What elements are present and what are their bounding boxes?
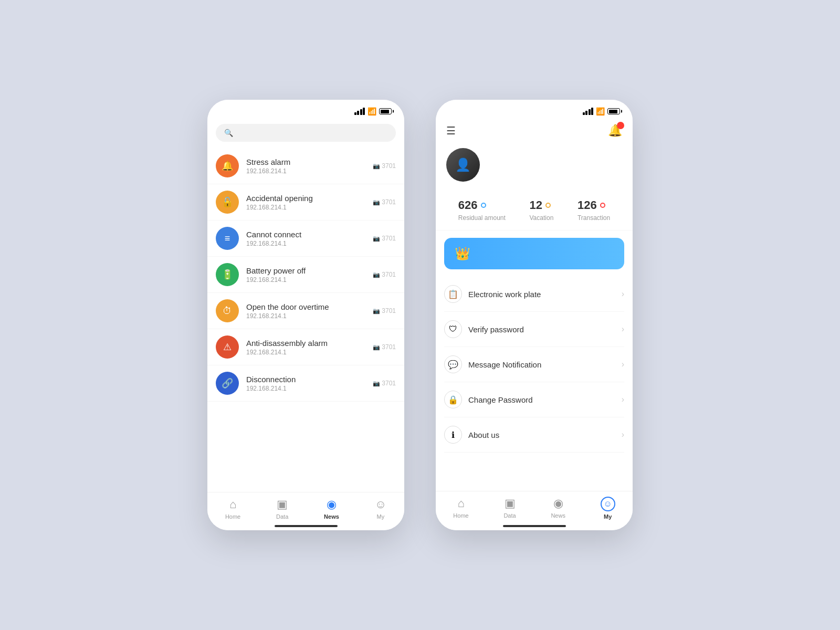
nav-label: News: [551, 512, 565, 519]
alarm-ip: 192.168.214.1: [246, 167, 373, 175]
alarm-item[interactable]: 🔗 Disconnection 192.168.214.1 📷 3701: [207, 365, 404, 402]
stat-value: 12: [530, 198, 554, 212]
alarm-item[interactable]: ⏱ Open the door overtime 192.168.214.1 📷…: [207, 293, 404, 329]
menu-item-message-notification[interactable]: 💬 Message Notification ›: [444, 347, 624, 382]
menu-icon: 📋: [444, 285, 462, 303]
alarm-item[interactable]: 🔓 Accidental opening 192.168.214.1 📷 370…: [207, 184, 404, 220]
status-bar-right: 📶: [436, 100, 633, 120]
alarm-title: Anti-disassembly alarm: [246, 339, 373, 348]
menu-label: Verify password: [468, 325, 524, 334]
right-nav-item-my[interactable]: ☺ My: [601, 497, 615, 520]
alarm-info: Stress alarm 192.168.214.1: [246, 158, 373, 175]
stat-value: 626: [458, 198, 506, 212]
stat-label: Vacation: [530, 214, 554, 222]
right-nav-item-news[interactable]: ◉ News: [551, 497, 565, 520]
alarm-title: Cannot connect: [246, 230, 373, 239]
alarm-badge: 📷 3701: [373, 380, 396, 387]
alarm-ip: 192.168.214.1: [246, 312, 373, 320]
menu-left: 🛡 Verify password: [444, 320, 524, 338]
alarm-icon: ⏱: [216, 299, 239, 322]
stat-label: Residual amount: [458, 214, 506, 222]
alarm-info: Anti-disassembly alarm 192.168.214.1: [246, 339, 373, 356]
nav-label: Home: [453, 512, 468, 519]
crown-icon: 👑: [455, 246, 470, 261]
alarm-item[interactable]: 🔔 Stress alarm 192.168.214.1 📷 3701: [207, 148, 404, 184]
alarm-list: 🔔 Stress alarm 192.168.214.1 📷 3701 🔓 Ac…: [207, 148, 404, 402]
stat-item: 12 Vacation: [530, 198, 554, 222]
alarm-icon: 🔋: [216, 263, 239, 286]
search-bar[interactable]: 🔍: [216, 124, 396, 142]
alarm-badge: 📷 3701: [373, 307, 396, 314]
alarm-badge: 📷 3701: [373, 162, 396, 170]
stat-value: 126: [578, 198, 610, 212]
menu-left: 📋 Electronic work plate: [444, 285, 541, 303]
alarm-title: Open the door overtime: [246, 302, 373, 311]
right-nav-item-home[interactable]: ⌂ Home: [453, 497, 468, 520]
nav-icon: ⌂: [457, 497, 464, 510]
stat-label: Transaction: [578, 214, 610, 222]
menu-left: 💬 Message Notification: [444, 355, 541, 373]
avatar: 👤: [446, 148, 480, 182]
avatar-image: 👤: [446, 148, 480, 182]
menu-item-verify-password[interactable]: 🛡 Verify password ›: [444, 312, 624, 347]
chevron-icon: ›: [622, 289, 624, 299]
member-banner[interactable]: 👑: [444, 238, 624, 269]
stat-dot: [481, 203, 486, 208]
menu-item-change-password[interactable]: 🔒 Change Password ›: [444, 382, 624, 417]
stats-row: 626 Residual amount 12 Vacation 126 Tran…: [436, 192, 633, 230]
wifi-icon: 📶: [368, 107, 376, 116]
alarm-info: Open the door overtime 192.168.214.1: [246, 302, 373, 320]
chevron-icon: ›: [622, 430, 624, 439]
alarm-icon: 🔓: [216, 191, 239, 214]
nav-item-home[interactable]: ⌂ Home: [225, 498, 240, 520]
right-nav-item-data[interactable]: ▣ Data: [503, 497, 516, 520]
bell-badge: [617, 122, 624, 129]
alarm-item[interactable]: ≡ Cannot connect 192.168.214.1 📷 3701: [207, 220, 404, 257]
menu-left: 🔒 Change Password: [444, 391, 533, 408]
stat-item: 626 Residual amount: [458, 198, 506, 222]
alarm-info: Cannot connect 192.168.214.1: [246, 230, 373, 247]
alarm-ip: 192.168.214.1: [246, 276, 373, 284]
nav-icon: ▣: [505, 497, 516, 510]
menu-label: Change Password: [468, 395, 533, 404]
bell-wrapper[interactable]: 🔔: [608, 124, 622, 138]
chevron-icon: ›: [622, 395, 624, 404]
menu-icon: ℹ: [444, 426, 462, 444]
alarm-icon: ≡: [216, 227, 239, 250]
nav-label: Home: [225, 513, 240, 520]
hamburger-icon[interactable]: ☰: [446, 124, 456, 137]
menu-item-electronic-work-plate[interactable]: 📋 Electronic work plate ›: [444, 277, 624, 312]
alarm-ip: 192.168.214.1: [246, 240, 373, 247]
menu-left: ℹ About us: [444, 426, 499, 444]
nav-icon: ⌂: [229, 498, 236, 511]
search-icon: 🔍: [224, 129, 233, 137]
nav-label: Data: [276, 513, 288, 520]
signal-icon-right: [583, 108, 594, 115]
alarm-info: Accidental opening 192.168.214.1: [246, 194, 373, 211]
alarm-item[interactable]: 🔋 Battery power off 192.168.214.1 📷 3701: [207, 257, 404, 293]
alarm-icon: 🔔: [216, 154, 239, 177]
left-phone: 📶 🔍 🔔 Stress alarm 192.168.214.1 📷 3701 …: [207, 100, 404, 530]
home-indicator-left: [275, 525, 338, 527]
alarm-item[interactable]: ⚠ Anti-disassembly alarm 192.168.214.1 📷…: [207, 329, 404, 365]
nav-item-data[interactable]: ▣ Data: [276, 498, 288, 520]
nav-icon: ▣: [277, 498, 288, 511]
menu-icon: 🔒: [444, 391, 462, 408]
menu-icon: 🛡: [444, 320, 462, 338]
nav-icon: ☺: [375, 498, 386, 511]
nav-item-news[interactable]: ◉ News: [324, 498, 339, 520]
status-bar-left: 📶: [207, 100, 404, 120]
member-left: 👑: [455, 246, 476, 261]
battery-icon-right: [607, 108, 620, 114]
status-icons-left: 📶: [354, 107, 392, 116]
menu-label: About us: [468, 430, 499, 439]
nav-item-my[interactable]: ☺ My: [375, 498, 386, 520]
menu-label: Message Notification: [468, 360, 541, 369]
right-header: ☰ 🔔: [436, 120, 633, 144]
alarm-ip: 192.168.214.1: [246, 385, 373, 392]
alarm-title: Disconnection: [246, 375, 373, 384]
chevron-icon: ›: [622, 360, 624, 369]
menu-icon: 💬: [444, 355, 462, 373]
menu-item-about-us[interactable]: ℹ About us ›: [444, 417, 624, 453]
status-icons-right: 📶: [583, 107, 621, 116]
